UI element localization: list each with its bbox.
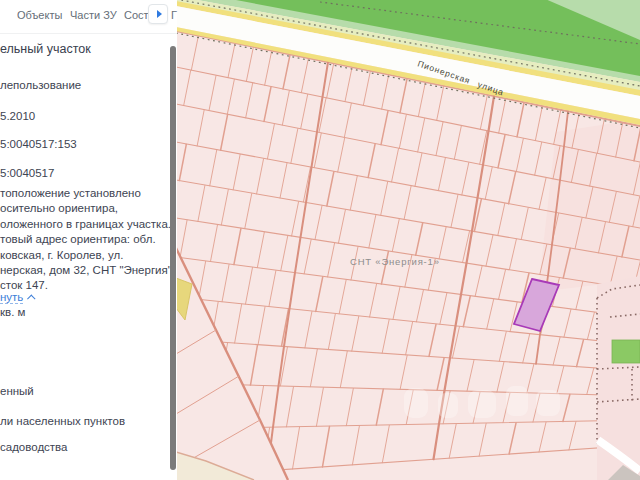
tab-parcel-parts[interactable]: Части ЗУ: [70, 9, 117, 21]
chevron-right-icon: [157, 10, 162, 18]
next-tab-button[interactable]: [148, 4, 168, 24]
green-plot: [612, 340, 640, 363]
address-block: тоположение установлено осительно ориент…: [0, 186, 175, 294]
object-type: ельный участок: [0, 42, 91, 56]
date-value: 5.2010: [0, 110, 35, 122]
app-window: Пионерская улица СНТ «Энергия-1» Объекты…: [0, 0, 640, 480]
tab-bar: Объекты Части ЗУ Соста Г: [0, 0, 177, 34]
snt-label: СНТ «Энергия-1»: [350, 256, 440, 267]
area-value: кв. м: [0, 306, 25, 318]
address-line: товый адрес ориентира: обл.: [0, 232, 175, 247]
adjacent-quarter: [597, 276, 640, 480]
info-panel: Объекты Части ЗУ Соста Г ельный участок …: [0, 0, 177, 480]
address-line: ковская, г. Королев, ул.: [0, 248, 175, 263]
chevron-up-icon: [27, 294, 35, 302]
collapse-link[interactable]: нуть: [0, 291, 35, 303]
status-value: енный: [0, 385, 34, 397]
panel-scrollbar[interactable]: [170, 46, 176, 470]
address-line: нерская, дом 32, СНТ "Энергия",: [0, 263, 175, 278]
address-line: тоположение установлено: [0, 186, 175, 201]
collapse-link-label: нуть: [0, 291, 23, 304]
category-value: ли населенных пунктов: [0, 415, 125, 427]
address-line: осительно ориентира,: [0, 201, 175, 216]
quarter-number: 5:0040517: [0, 167, 54, 179]
tab-partial[interactable]: Г: [171, 9, 177, 21]
permitted-use-value: садоводства: [0, 441, 67, 453]
land-use-value: лепользование: [0, 79, 81, 91]
tab-objects[interactable]: Объекты: [17, 9, 62, 21]
cadastral-map[interactable]: Пионерская улица СНТ «Энергия-1»: [176, 0, 640, 480]
cadastral-number: 5:0040517:153: [0, 138, 77, 150]
address-line: оложенного в границах участка.: [0, 217, 175, 232]
